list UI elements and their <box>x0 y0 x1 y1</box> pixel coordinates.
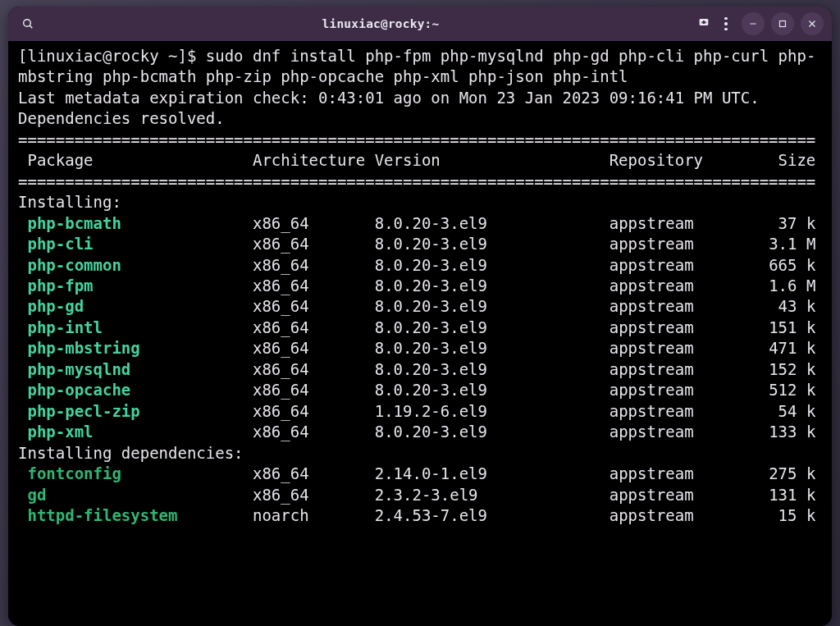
package-name: php-gd <box>18 297 253 315</box>
package-size: 471 k <box>760 339 816 357</box>
package-repo: appstream <box>609 381 760 399</box>
package-arch: x86_64 <box>253 381 375 399</box>
package-arch: x86_64 <box>253 360 375 378</box>
window-title: linuxiac@rocky:~ <box>118 17 643 30</box>
package-version: 8.0.20-3.el9 <box>375 381 609 399</box>
table-row: php-opcache x86_64 8.0.20-3.el9 appstrea… <box>18 380 822 400</box>
table-row: php-xml x86_64 8.0.20-3.el9 appstream 13… <box>18 422 822 442</box>
package-version: 1.19.2-6.el9 <box>375 402 609 420</box>
package-arch: x86_64 <box>253 318 375 336</box>
package-version: 8.0.20-3.el9 <box>375 423 609 441</box>
package-size: 275 k <box>760 464 816 482</box>
package-repo: appstream <box>609 235 760 253</box>
package-version: 2.14.0-1.el9 <box>375 464 609 482</box>
package-version: 8.0.20-3.el9 <box>375 297 609 315</box>
package-repo: appstream <box>609 423 760 441</box>
maximize-button[interactable] <box>771 12 794 35</box>
terminal-window: linuxiac@rocky:~ [linuxiac@rocky ~]$ sud… <box>8 7 832 626</box>
package-name: gd <box>18 486 253 504</box>
menu-icon[interactable] <box>717 17 735 31</box>
package-repo: appstream <box>609 256 760 274</box>
package-size: 512 k <box>760 381 816 399</box>
package-size: 37 k <box>760 214 816 232</box>
package-arch: x86_64 <box>253 276 375 295</box>
package-arch: x86_64 <box>253 486 375 504</box>
table-row: fontconfig x86_64 2.14.0-1.el9 appstream… <box>18 464 822 484</box>
package-size: 665 k <box>760 256 816 274</box>
package-repo: appstream <box>609 506 760 524</box>
table-row: php-fpm x86_64 8.0.20-3.el9 appstream 1.… <box>18 276 822 296</box>
table-divider: ========================================… <box>18 130 822 150</box>
table-row: php-common x86_64 8.0.20-3.el9 appstream… <box>18 255 822 276</box>
package-size: 1.6 M <box>760 276 816 295</box>
installing-header: Installing: <box>18 192 822 212</box>
package-repo: appstream <box>609 339 760 357</box>
package-name: php-bcmath <box>18 214 253 232</box>
package-version: 8.0.20-3.el9 <box>375 256 609 274</box>
svg-rect-6 <box>780 21 786 27</box>
svg-line-1 <box>30 25 32 28</box>
package-repo: appstream <box>609 297 760 315</box>
package-size: 54 k <box>760 402 816 420</box>
table-row: gd x86_64 2.3.2-3.el9 appstream 131 k <box>18 485 822 505</box>
minimize-button[interactable] <box>742 12 765 35</box>
package-repo: appstream <box>609 464 760 482</box>
table-divider: ========================================… <box>18 171 822 192</box>
package-arch: x86_64 <box>253 235 375 253</box>
package-size: 131 k <box>760 486 816 504</box>
new-tab-icon[interactable] <box>697 16 710 32</box>
installing-deps-header: Installing dependencies: <box>18 443 822 464</box>
package-repo: appstream <box>609 276 760 295</box>
shell-prompt: [linuxiac@rocky ~]$ <box>18 47 206 65</box>
svg-rect-4 <box>701 21 705 23</box>
svg-point-0 <box>24 20 31 27</box>
table-row: php-bcmath x86_64 8.0.20-3.el9 appstream… <box>18 213 822 234</box>
package-version: 8.0.20-3.el9 <box>375 360 609 378</box>
close-button[interactable] <box>801 12 824 35</box>
package-size: 151 k <box>760 318 816 336</box>
table-header: Package Architecture Version Repository … <box>18 150 822 171</box>
package-arch: x86_64 <box>253 423 375 441</box>
package-name: php-intl <box>18 318 253 336</box>
package-name: php-common <box>18 256 253 274</box>
package-repo: appstream <box>609 402 760 420</box>
package-name: php-mysqlnd <box>18 360 253 378</box>
table-row: php-gd x86_64 8.0.20-3.el9 appstream 43 … <box>18 296 822 317</box>
package-size: 15 k <box>760 506 816 524</box>
package-name: fontconfig <box>18 464 253 482</box>
table-row: php-cli x86_64 8.0.20-3.el9 appstream 3.… <box>18 234 822 254</box>
terminal-output[interactable]: [linuxiac@rocky ~]$ sudo dnf install php… <box>8 41 832 626</box>
package-name: php-cli <box>18 235 253 253</box>
title-bar: linuxiac@rocky:~ <box>8 7 832 41</box>
table-row: php-pecl-zip x86_64 1.19.2-6.el9 appstre… <box>18 401 822 422</box>
table-row: php-intl x86_64 8.0.20-3.el9 appstream 1… <box>18 318 822 338</box>
package-version: 8.0.20-3.el9 <box>375 276 609 295</box>
package-size: 3.1 M <box>760 235 816 253</box>
package-arch: x86_64 <box>253 402 375 420</box>
package-arch: x86_64 <box>253 297 375 315</box>
metadata-line: Last metadata expiration check: 0:43:01 … <box>18 88 822 108</box>
package-name: php-xml <box>18 423 253 441</box>
package-name: php-fpm <box>18 276 253 295</box>
package-repo: appstream <box>609 318 760 336</box>
package-name: httpd-filesystem <box>18 506 253 524</box>
package-name: php-opcache <box>18 381 253 399</box>
package-arch: x86_64 <box>253 464 375 482</box>
prompt-line: [linuxiac@rocky ~]$ sudo dnf install php… <box>18 46 822 88</box>
deps-resolved-line: Dependencies resolved. <box>18 108 822 129</box>
table-row: php-mbstring x86_64 8.0.20-3.el9 appstre… <box>18 338 822 359</box>
package-version: 2.4.53-7.el9 <box>375 506 609 524</box>
package-arch: noarch <box>253 506 375 524</box>
package-arch: x86_64 <box>253 214 375 232</box>
package-arch: x86_64 <box>253 339 375 357</box>
package-size: 152 k <box>760 360 816 378</box>
package-name: php-mbstring <box>18 339 253 357</box>
package-size: 133 k <box>760 423 816 441</box>
search-icon[interactable] <box>20 16 36 32</box>
package-arch: x86_64 <box>253 256 375 274</box>
package-size: 43 k <box>760 297 816 315</box>
package-name: php-pecl-zip <box>18 402 253 420</box>
package-repo: appstream <box>609 486 760 504</box>
package-version: 8.0.20-3.el9 <box>375 318 609 336</box>
package-version: 8.0.20-3.el9 <box>375 339 609 357</box>
